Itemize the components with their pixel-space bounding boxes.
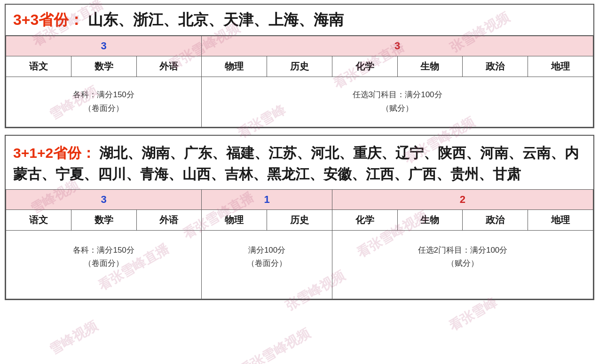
subj-dili-2: 地理 [528, 209, 593, 230]
subj-waiyu-1: 外语 [136, 56, 202, 77]
section1-label-body: 山东、浙江、北京、天津、上海、海南 [88, 11, 344, 28]
subj-shengwu-2: 生物 [397, 209, 463, 230]
wm15: 看张雪峰视频 [236, 325, 313, 364]
section-divider [5, 128, 594, 132]
subj-huaxue-1: 化学 [332, 56, 397, 77]
section1-num-left: 3 [6, 36, 202, 56]
section2-num-middle: 1 [202, 189, 332, 209]
section1-num-right: 3 [202, 36, 593, 56]
section2-num-right: 2 [332, 189, 593, 209]
section2-score-middle: 满分100分（卷面分） [202, 230, 332, 299]
section1-number-row: 3 3 [6, 36, 593, 56]
section1-label-red: 3+3省份： [13, 11, 84, 28]
section2-label-red: 3+1+2省份： [13, 145, 95, 161]
section1-heading: 3+3省份： 山东、浙江、北京、天津、上海、海南 [6, 5, 593, 36]
section1-score-row: 各科：满分150分（卷面分） 任选3门科目：满分100分（赋分） [6, 77, 593, 127]
section2-score-left: 各科：满分150分（卷面分） [6, 230, 202, 299]
subj-zhengzhi-2: 政治 [463, 209, 528, 230]
subj-shuxue-1: 数学 [71, 56, 136, 77]
section1-score-right: 任选3门科目：满分100分（赋分） [202, 77, 593, 127]
section2-score-row: 各科：满分150分（卷面分） 满分100分（卷面分） 任选2门科目：满分100分… [6, 230, 593, 299]
subj-shuxue-2: 数学 [71, 209, 136, 230]
subj-wuli-1: 物理 [202, 56, 267, 77]
section2-label-body: 湖北、湖南、广东、福建、江苏、河北、重庆、辽宁、陕西、河南、云南、内蒙古、宁夏、… [13, 145, 579, 182]
wm14: 雪峰视频 [46, 317, 101, 359]
subj-huaxue-2: 化学 [332, 209, 397, 230]
section2-num-left: 3 [6, 189, 202, 209]
section2-subject-row: 语文 数学 外语 物理 历史 化学 生物 政治 地理 [6, 209, 593, 230]
section1-table: 3 3 语文 数学 外语 物理 历史 化学 生物 政治 地理 各科：满分 [6, 36, 593, 127]
main-content: 3+3省份： 山东、浙江、北京、天津、上海、海南 3 3 语文 数学 外语 物理… [0, 0, 599, 304]
section2-block: 3+1+2省份： 湖北、湖南、广东、福建、江苏、河北、重庆、辽宁、陕西、河南、云… [5, 135, 594, 301]
subj-yuwen-1: 语文 [6, 56, 71, 77]
page-wrapper: 看张雪峰直播 看张雪峰视频 看张雪峰直播 张雪峰视频 雪峰视频 看张雪峰 看张雪… [0, 0, 599, 364]
subj-waiyu-2: 外语 [136, 209, 202, 230]
subj-yuwen-2: 语文 [6, 209, 71, 230]
section1-subject-row: 语文 数学 外语 物理 历史 化学 生物 政治 地理 [6, 56, 593, 77]
section2-table: 3 1 2 语文 数学 外语 物理 历史 化学 生物 政治 地理 [6, 189, 593, 300]
subj-lishi-2: 历史 [267, 209, 332, 230]
section2-heading: 3+1+2省份： 湖北、湖南、广东、福建、江苏、河北、重庆、辽宁、陕西、河南、云… [6, 136, 593, 189]
section2-number-row: 3 1 2 [6, 189, 593, 209]
section2-score-right: 任选2门科目：满分100分（赋分） [332, 230, 593, 299]
subj-zhengzhi-1: 政治 [463, 56, 528, 77]
section1-block: 3+3省份： 山东、浙江、北京、天津、上海、海南 3 3 语文 数学 外语 物理… [5, 4, 594, 128]
subj-lishi-1: 历史 [267, 56, 332, 77]
subj-dili-1: 地理 [528, 56, 593, 77]
subj-shengwu-1: 生物 [397, 56, 463, 77]
subj-wuli-2: 物理 [202, 209, 267, 230]
section1-score-left: 各科：满分150分（卷面分） [6, 77, 202, 127]
